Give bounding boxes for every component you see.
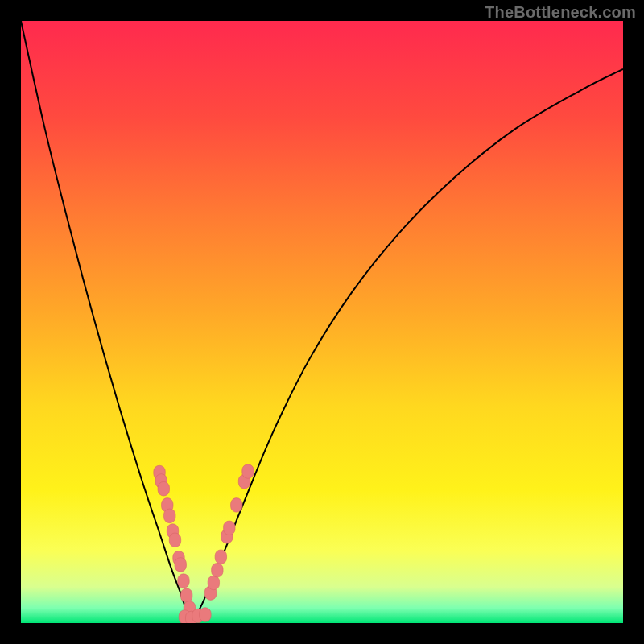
data-point bbox=[175, 558, 186, 572]
data-point bbox=[224, 521, 235, 535]
data-point bbox=[242, 464, 254, 479]
data-point bbox=[164, 509, 175, 523]
plot-svg bbox=[21, 21, 623, 623]
data-point bbox=[178, 574, 189, 588]
watermark-text: TheBottleneck.com bbox=[485, 3, 636, 22]
data-point bbox=[169, 533, 180, 547]
gradient-background bbox=[21, 21, 623, 623]
data-point bbox=[215, 550, 226, 564]
data-point bbox=[231, 498, 242, 513]
data-point bbox=[158, 481, 169, 496]
data-point bbox=[181, 588, 192, 603]
plot-area bbox=[21, 21, 623, 623]
data-point bbox=[200, 608, 211, 622]
data-point bbox=[212, 563, 223, 577]
data-point bbox=[208, 576, 219, 590]
chart-frame: TheBottleneck.com bbox=[0, 0, 644, 644]
